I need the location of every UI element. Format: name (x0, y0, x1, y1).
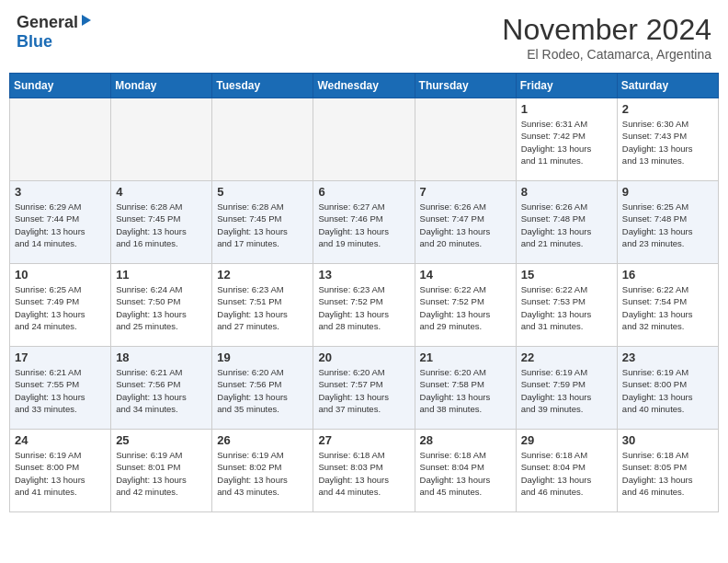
day-number: 24 (15, 433, 106, 447)
calendar-cell: 3Sunrise: 6:29 AM Sunset: 7:44 PM Daylig… (10, 181, 111, 264)
col-header-wednesday: Wednesday (313, 74, 415, 98)
calendar-week-row: 24Sunrise: 6:19 AM Sunset: 8:00 PM Dayli… (10, 430, 719, 512)
day-info: Sunrise: 6:26 AM Sunset: 7:48 PM Dayligh… (521, 201, 612, 249)
calendar-cell: 16Sunrise: 6:22 AM Sunset: 7:54 PM Dayli… (617, 264, 718, 347)
day-number: 4 (116, 185, 207, 199)
calendar-cell (111, 98, 212, 181)
day-info: Sunrise: 6:28 AM Sunset: 7:45 PM Dayligh… (217, 201, 308, 249)
col-header-monday: Monday (111, 74, 212, 98)
calendar-cell (313, 98, 415, 181)
day-number: 19 (217, 350, 308, 364)
day-number: 9 (622, 185, 713, 199)
calendar-cell: 11Sunrise: 6:24 AM Sunset: 7:50 PM Dayli… (111, 264, 212, 347)
day-info: Sunrise: 6:25 AM Sunset: 7:49 PM Dayligh… (15, 283, 106, 332)
day-number: 23 (622, 350, 713, 364)
calendar-week-row: 10Sunrise: 6:25 AM Sunset: 7:49 PM Dayli… (10, 264, 719, 347)
day-number: 17 (15, 350, 106, 364)
day-info: Sunrise: 6:22 AM Sunset: 7:54 PM Dayligh… (622, 283, 713, 332)
day-number: 3 (15, 185, 106, 199)
calendar-week-row: 1Sunrise: 6:31 AM Sunset: 7:42 PM Daylig… (10, 98, 719, 181)
calendar-cell: 5Sunrise: 6:28 AM Sunset: 7:45 PM Daylig… (212, 181, 313, 264)
day-number: 5 (217, 185, 308, 199)
day-info: Sunrise: 6:21 AM Sunset: 7:56 PM Dayligh… (116, 366, 207, 415)
calendar-cell: 20Sunrise: 6:20 AM Sunset: 7:57 PM Dayli… (313, 347, 415, 430)
day-number: 26 (217, 433, 308, 447)
day-number: 29 (521, 433, 612, 447)
day-number: 8 (521, 185, 612, 199)
day-info: Sunrise: 6:21 AM Sunset: 7:55 PM Dayligh… (15, 366, 106, 415)
col-header-tuesday: Tuesday (212, 74, 313, 98)
logo-blue-text: Blue (17, 32, 52, 51)
day-number: 6 (318, 185, 409, 199)
calendar-cell: 13Sunrise: 6:23 AM Sunset: 7:52 PM Dayli… (313, 264, 415, 347)
logo-arrow-icon (80, 15, 93, 31)
day-number: 12 (217, 268, 308, 282)
day-info: Sunrise: 6:28 AM Sunset: 7:45 PM Dayligh… (116, 201, 207, 249)
calendar-cell: 4Sunrise: 6:28 AM Sunset: 7:45 PM Daylig… (111, 181, 212, 264)
calendar-cell: 9Sunrise: 6:25 AM Sunset: 7:48 PM Daylig… (617, 181, 718, 264)
calendar-cell: 17Sunrise: 6:21 AM Sunset: 7:55 PM Dayli… (10, 347, 111, 430)
day-info: Sunrise: 6:18 AM Sunset: 8:04 PM Dayligh… (420, 449, 511, 498)
logo: General Blue (17, 13, 93, 52)
day-number: 13 (318, 268, 409, 282)
day-number: 18 (116, 350, 207, 364)
calendar-cell: 1Sunrise: 6:31 AM Sunset: 7:42 PM Daylig… (516, 98, 617, 181)
day-info: Sunrise: 6:31 AM Sunset: 7:42 PM Dayligh… (521, 118, 612, 167)
calendar-week-row: 3Sunrise: 6:29 AM Sunset: 7:44 PM Daylig… (10, 181, 719, 264)
day-number: 27 (318, 433, 409, 447)
day-info: Sunrise: 6:27 AM Sunset: 7:46 PM Dayligh… (318, 201, 409, 249)
day-number: 14 (420, 268, 511, 282)
title-block: November 2024 El Rodeo, Catamarca, Argen… (502, 13, 711, 62)
calendar-cell (212, 98, 313, 181)
day-info: Sunrise: 6:18 AM Sunset: 8:04 PM Dayligh… (521, 449, 612, 498)
day-info: Sunrise: 6:25 AM Sunset: 7:48 PM Dayligh… (622, 201, 713, 249)
day-number: 21 (420, 350, 511, 364)
day-number: 7 (420, 185, 511, 199)
calendar-cell: 22Sunrise: 6:19 AM Sunset: 7:59 PM Dayli… (516, 347, 617, 430)
calendar-cell: 21Sunrise: 6:20 AM Sunset: 7:58 PM Dayli… (415, 347, 516, 430)
calendar-week-row: 17Sunrise: 6:21 AM Sunset: 7:55 PM Dayli… (10, 347, 719, 430)
calendar-cell: 27Sunrise: 6:18 AM Sunset: 8:03 PM Dayli… (313, 430, 415, 512)
calendar-cell: 28Sunrise: 6:18 AM Sunset: 8:04 PM Dayli… (415, 430, 516, 512)
calendar-cell (415, 98, 516, 181)
day-number: 10 (15, 268, 106, 282)
day-info: Sunrise: 6:26 AM Sunset: 7:47 PM Dayligh… (420, 201, 511, 249)
day-info: Sunrise: 6:24 AM Sunset: 7:50 PM Dayligh… (116, 283, 207, 332)
day-info: Sunrise: 6:19 AM Sunset: 7:59 PM Dayligh… (521, 366, 612, 415)
day-number: 20 (318, 350, 409, 364)
day-info: Sunrise: 6:23 AM Sunset: 7:52 PM Dayligh… (318, 283, 409, 332)
calendar-cell: 14Sunrise: 6:22 AM Sunset: 7:52 PM Dayli… (415, 264, 516, 347)
calendar-cell: 8Sunrise: 6:26 AM Sunset: 7:48 PM Daylig… (516, 181, 617, 264)
day-info: Sunrise: 6:23 AM Sunset: 7:51 PM Dayligh… (217, 283, 308, 332)
day-info: Sunrise: 6:30 AM Sunset: 7:43 PM Dayligh… (622, 118, 713, 167)
day-number: 2 (622, 102, 713, 116)
svg-marker-0 (82, 15, 91, 26)
day-number: 15 (521, 268, 612, 282)
calendar-cell: 2Sunrise: 6:30 AM Sunset: 7:43 PM Daylig… (617, 98, 718, 181)
day-info: Sunrise: 6:19 AM Sunset: 8:01 PM Dayligh… (116, 449, 207, 498)
calendar-cell (10, 98, 111, 181)
day-info: Sunrise: 6:22 AM Sunset: 7:52 PM Dayligh… (420, 283, 511, 332)
month-title: November 2024 (502, 13, 711, 47)
col-header-thursday: Thursday (415, 74, 516, 98)
location-title: El Rodeo, Catamarca, Argentina (502, 47, 711, 62)
calendar-cell: 19Sunrise: 6:20 AM Sunset: 7:56 PM Dayli… (212, 347, 313, 430)
calendar-cell: 6Sunrise: 6:27 AM Sunset: 7:46 PM Daylig… (313, 181, 415, 264)
day-info: Sunrise: 6:18 AM Sunset: 8:05 PM Dayligh… (622, 449, 713, 498)
day-number: 1 (521, 102, 612, 116)
calendar-cell: 10Sunrise: 6:25 AM Sunset: 7:49 PM Dayli… (10, 264, 111, 347)
col-header-friday: Friday (516, 74, 617, 98)
day-info: Sunrise: 6:19 AM Sunset: 8:02 PM Dayligh… (217, 449, 308, 498)
day-info: Sunrise: 6:19 AM Sunset: 8:00 PM Dayligh… (622, 366, 713, 415)
day-info: Sunrise: 6:18 AM Sunset: 8:03 PM Dayligh… (318, 449, 409, 498)
calendar-cell: 26Sunrise: 6:19 AM Sunset: 8:02 PM Dayli… (212, 430, 313, 512)
calendar-cell: 7Sunrise: 6:26 AM Sunset: 7:47 PM Daylig… (415, 181, 516, 264)
calendar-cell: 23Sunrise: 6:19 AM Sunset: 8:00 PM Dayli… (617, 347, 718, 430)
day-info: Sunrise: 6:22 AM Sunset: 7:53 PM Dayligh… (521, 283, 612, 332)
day-info: Sunrise: 6:20 AM Sunset: 7:58 PM Dayligh… (420, 366, 511, 415)
calendar-cell: 15Sunrise: 6:22 AM Sunset: 7:53 PM Dayli… (516, 264, 617, 347)
logo-general-text: General (17, 13, 78, 32)
col-header-sunday: Sunday (10, 74, 111, 98)
calendar-cell: 18Sunrise: 6:21 AM Sunset: 7:56 PM Dayli… (111, 347, 212, 430)
calendar-table: SundayMondayTuesdayWednesdayThursdayFrid… (9, 73, 719, 512)
